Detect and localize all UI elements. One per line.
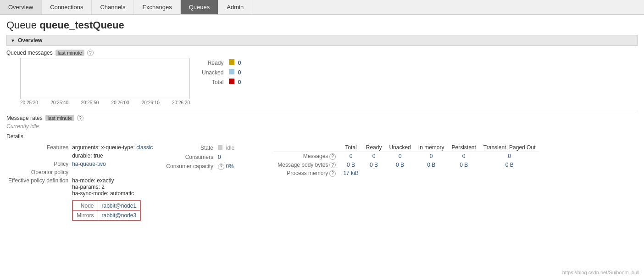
nav-admin[interactable]: Admin <box>218 0 252 14</box>
stats-cell-0-5: 0 <box>480 152 539 161</box>
durable-row: durable: true <box>6 152 155 160</box>
stats-cell-0-4: 0 <box>448 152 479 161</box>
policy-label: Policy <box>6 160 70 168</box>
stats-row-0: Messages?000000 <box>274 152 539 161</box>
stats-row-label-2: Process memory? <box>274 169 339 178</box>
stats-cell-2-4 <box>448 169 479 178</box>
message-rates-label: Message rates last minute ? <box>6 115 638 121</box>
stats-col-unacked: Unacked <box>385 143 414 152</box>
stats-cell-1-3: 0 B <box>415 161 448 170</box>
consumer-capacity-label: Consumer capacity <box>164 162 216 171</box>
chart-x-labels: 20:25:30 20:25:40 20:25:50 20:26:00 20:2… <box>20 100 190 105</box>
durable-val: durable: true <box>70 152 155 160</box>
details-middle: State idle Consumers 0 Consumer capacity <box>164 143 265 171</box>
legend-unacked: Unacked 0 <box>199 68 244 77</box>
features-val: arguments: x-queue-type: classic <box>70 143 155 152</box>
stats-col-ready: Ready <box>362 143 386 152</box>
stats-col-persistent: Persistent <box>448 143 479 152</box>
stats-row-help-2[interactable]: ? <box>329 170 336 177</box>
consumer-capacity-help[interactable]: ? <box>218 164 224 170</box>
mirrors-val: rabbit@node3 <box>98 211 140 220</box>
stats-cell-2-0: 17 kiB <box>339 169 362 178</box>
stats-cell-0-2: 0 <box>385 152 414 161</box>
page-title: Queue queue_testQueue <box>6 19 638 31</box>
policy-link[interactable]: ha-queue-two <box>72 161 105 167</box>
operator-policy-label: Operator policy <box>6 168 70 176</box>
consumer-capacity-value: 0% <box>226 163 233 170</box>
details-left-table: Features arguments: x-queue-type: classi… <box>6 143 155 222</box>
details-left: Features arguments: x-queue-type: classi… <box>6 143 155 222</box>
stats-cell-0-3: 0 <box>415 152 448 161</box>
node-table: Node rabbit@node1 Mirrors rabbit@node3 <box>72 201 140 220</box>
top-nav: Overview Connections Channels Exchanges … <box>0 0 644 15</box>
nav-connections[interactable]: Connections <box>42 0 92 14</box>
x-label-2: 20:25:50 <box>81 100 99 105</box>
consumers-label: Consumers <box>164 153 216 162</box>
nav-exchanges[interactable]: Exchanges <box>134 0 180 14</box>
node-val: rabbit@node1 <box>98 201 140 211</box>
mirrors-row: Mirrors rabbit@node3 <box>73 211 140 220</box>
currently-idle: Currently idle <box>6 123 638 130</box>
state-label: State <box>164 143 216 153</box>
stats-cell-1-2: 0 B <box>385 161 414 170</box>
legend-total: Total 0 <box>199 77 244 87</box>
features-label: Features <box>6 143 70 152</box>
operator-policy-row: Operator policy <box>6 168 155 176</box>
legend-ready: Ready 0 <box>199 58 244 68</box>
chart-wrapper: 1.0 0.0 20:25:30 20:25:40 20:25:50 20:26… <box>6 58 190 105</box>
nav-channels[interactable]: Channels <box>92 0 134 14</box>
queued-messages-label: Queued messages last minute ? <box>6 50 638 56</box>
stats-row-help-0[interactable]: ? <box>329 153 336 160</box>
details-middle-table: State idle Consumers 0 Consumer capacity <box>164 143 237 171</box>
chart-legend: Ready 0 Unacked 0 Total 0 <box>199 58 244 87</box>
stats-row-help-1[interactable]: ? <box>329 162 336 168</box>
effective-policy-val: ha-mode: exactly ha-params: 2 ha-sync-mo… <box>70 176 155 198</box>
stats-col-total: Total <box>339 143 362 152</box>
durable-label <box>6 152 70 160</box>
legend-ready-label: Ready <box>199 58 226 68</box>
details-grid: Features arguments: x-queue-type: classi… <box>6 143 638 222</box>
legend-ready-color-cell: 0 <box>226 58 244 68</box>
chart-row: 1.0 0.0 20:25:30 20:25:40 20:25:50 20:26… <box>6 58 638 105</box>
queued-messages-help[interactable]: ? <box>87 50 94 56</box>
stats-table: Total Ready Unacked In memory Persistent… <box>274 143 539 178</box>
stats-cell-1-4: 0 B <box>448 161 479 170</box>
nav-overview[interactable]: Overview <box>0 0 42 14</box>
x-label-1: 20:25:40 <box>50 100 68 105</box>
legend-ready-value: 0 <box>238 60 241 66</box>
x-label-5: 20:26:20 <box>172 100 190 105</box>
stats-cell-2-2 <box>385 169 414 178</box>
chart-box <box>20 58 190 99</box>
stats-row-label-0: Messages? <box>274 152 339 161</box>
mirrors-link[interactable]: rabbit@node3 <box>102 212 137 219</box>
effective-policy-label: Effective policy definition <box>6 176 70 198</box>
mirrors-key: Mirrors <box>73 211 98 220</box>
divider-1 <box>6 111 638 111</box>
arguments-type-link[interactable]: classic <box>136 144 153 151</box>
operator-policy-val <box>70 168 155 176</box>
details-label: Details <box>6 133 638 140</box>
nav-queues[interactable]: Queues <box>181 0 219 14</box>
effective-policy-row: Effective policy definition ha-mode: exa… <box>6 176 155 198</box>
stats-cell-1-5: 0 B <box>480 161 539 170</box>
policy-row: Policy ha-queue-two <box>6 160 155 168</box>
message-rates-help[interactable]: ? <box>77 115 83 121</box>
node-link[interactable]: rabbit@node1 <box>102 203 137 209</box>
stats-col-inmemory: In memory <box>415 143 448 152</box>
overview-section-header[interactable]: ▼ Overview <box>6 35 638 46</box>
policy-val: ha-queue-two <box>70 160 155 168</box>
features-row: Features arguments: x-queue-type: classi… <box>6 143 155 152</box>
legend-total-color-cell: 0 <box>226 77 244 87</box>
stats-cell-1-0: 0 B <box>339 161 362 170</box>
consumers-value: 0 <box>218 154 221 160</box>
queued-messages-badge: last minute <box>56 50 84 56</box>
stats-col-empty <box>274 143 339 152</box>
legend-unacked-color-cell: 0 <box>226 68 244 77</box>
stats-cell-2-1 <box>362 169 386 178</box>
legend-ready-color <box>229 59 234 65</box>
stats-header-row: Total Ready Unacked In memory Persistent… <box>274 143 539 152</box>
legend-unacked-label: Unacked <box>199 68 226 77</box>
overview-section-label: Overview <box>18 37 42 44</box>
node-row: Node rabbit@node1 <box>73 201 140 211</box>
stats-cell-0-1: 0 <box>362 152 386 161</box>
